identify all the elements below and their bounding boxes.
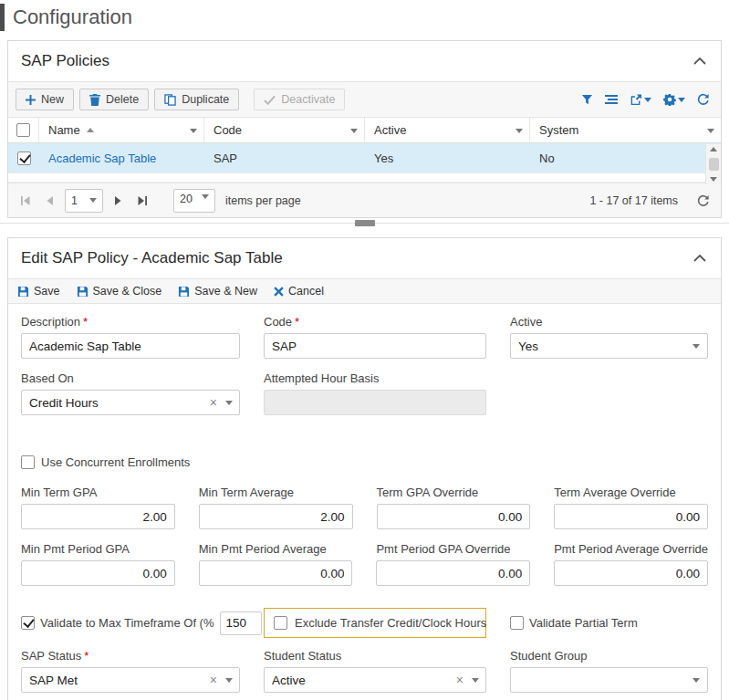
policy-name-link[interactable]: Academic Sap Table [48, 151, 156, 165]
pmt-period-gpa-override-input[interactable] [376, 560, 530, 586]
chevron-down-icon[interactable] [190, 129, 197, 133]
save-and-close-button[interactable]: Save & Close [77, 285, 162, 298]
min-term-gpa-input[interactable] [21, 504, 175, 529]
column-header-active[interactable]: Active [365, 118, 530, 142]
sap-status-combobox[interactable]: × [21, 667, 240, 693]
cancel-button[interactable]: Cancel [274, 285, 324, 298]
chevron-down-icon [202, 194, 209, 199]
page-size-select[interactable]: 20 [173, 189, 215, 213]
grid-toolbar: New Delete Duplicate Deactivate [8, 81, 721, 118]
chevron-down-icon[interactable] [225, 401, 233, 405]
chevron-down-icon[interactable] [472, 678, 479, 683]
chevron-up-icon [693, 255, 706, 262]
validate-partial-term-checkbox[interactable] [510, 616, 524, 630]
grid-clipped-row [8, 173, 721, 183]
field-student-group: Student Group [510, 649, 708, 693]
validate-partial-term-label: Validate Partial Term [529, 616, 638, 630]
refresh-icon[interactable] [693, 191, 713, 211]
based-on-input[interactable] [21, 390, 240, 415]
collapse-panel-button[interactable] [692, 56, 708, 67]
clear-icon[interactable]: × [210, 396, 217, 409]
splitter-handle[interactable] [355, 220, 375, 226]
scrollbar-thumb[interactable] [709, 158, 719, 171]
last-page-button[interactable] [132, 191, 152, 211]
save-button[interactable]: Save [17, 285, 60, 298]
student-group-select[interactable] [510, 667, 708, 693]
validate-max-timeframe-checkbox[interactable] [21, 616, 35, 630]
student-status-input[interactable] [264, 667, 486, 693]
field-min-pmt-period-average: Min Pmt Period Average [199, 542, 353, 586]
scroll-up-icon[interactable] [710, 147, 717, 151]
use-concurrent-enrollments-checkbox[interactable] [21, 455, 35, 469]
edit-panel-title: Edit SAP Policy - Academic Sap Table [21, 249, 283, 267]
plus-icon [26, 95, 36, 105]
grid-pager: 1 20 items per page 1 - 17 of 17 items [8, 183, 721, 217]
new-button[interactable]: New [16, 89, 74, 110]
previous-page-button[interactable] [40, 191, 60, 211]
field-exclude-transfer: Exclude Transfer Credit/Clock Hours [264, 608, 486, 638]
min-pmt-period-gpa-input[interactable] [21, 560, 175, 586]
page-title: Configuration [0, 4, 729, 31]
min-pmt-period-average-input[interactable] [199, 560, 353, 586]
column-menu-icon[interactable] [605, 94, 618, 105]
chevron-down-icon[interactable] [516, 129, 523, 133]
edit-panel-header: Edit SAP Policy - Academic Sap Table [8, 238, 721, 278]
checkmark-icon [264, 95, 276, 105]
field-min-pmt-period-gpa: Min Pmt Period GPA [21, 542, 175, 586]
code-label: Code [264, 315, 292, 329]
student-group-label: Student Group [510, 649, 588, 663]
field-validate-partial-term: Validate Partial Term [510, 616, 708, 630]
panel-splitter [0, 223, 729, 237]
duplicate-button[interactable]: Duplicate [154, 89, 239, 110]
chevron-down-icon [644, 98, 651, 102]
student-status-combobox[interactable]: × [264, 667, 486, 693]
code-input[interactable] [264, 333, 486, 359]
chevron-down-icon[interactable] [707, 129, 714, 133]
page-select[interactable]: 1 [65, 189, 103, 213]
trash-icon [89, 94, 100, 106]
export-icon[interactable] [630, 94, 651, 106]
edit-form: Description* Code* Active Yes [8, 304, 721, 700]
column-header-system[interactable]: System [530, 118, 721, 142]
deactivate-button[interactable]: Deactivate [254, 89, 345, 110]
table-row[interactable]: Academic Sap Table SAP Yes No [8, 143, 721, 173]
row-checkbox[interactable] [17, 151, 31, 165]
chevron-down-icon [678, 98, 685, 102]
sap-policies-panel: SAP Policies New Delete [7, 40, 722, 218]
chevron-down-icon [693, 344, 700, 349]
pmt-period-average-override-input[interactable] [554, 560, 708, 586]
clear-icon[interactable]: × [210, 674, 217, 686]
based-on-combobox[interactable]: × [21, 390, 240, 415]
delete-button[interactable]: Delete [79, 89, 149, 110]
refresh-icon[interactable] [697, 93, 710, 106]
validate-max-timeframe-input[interactable] [220, 611, 262, 635]
description-input[interactable] [21, 333, 240, 359]
grid-toolbar-icons [581, 93, 713, 106]
first-page-button[interactable] [16, 191, 36, 211]
column-header-name[interactable]: Name [39, 118, 204, 142]
scroll-down-icon[interactable] [710, 177, 717, 182]
active-select[interactable]: Yes [510, 333, 708, 359]
exclude-transfer-checkbox[interactable] [274, 616, 287, 630]
sap-policies-title: SAP Policies [21, 52, 109, 70]
chevron-down-icon[interactable] [350, 129, 358, 133]
term-average-override-input[interactable] [554, 504, 708, 529]
filter-icon[interactable] [581, 94, 593, 106]
select-all-checkbox-cell [8, 118, 39, 142]
chevron-down-icon [693, 678, 700, 683]
attempted-hour-basis-input [264, 390, 486, 415]
clear-icon[interactable]: × [456, 674, 463, 686]
save-close-icon [77, 286, 89, 298]
save-and-new-button[interactable]: Save & New [178, 285, 257, 298]
next-page-button[interactable] [108, 191, 128, 211]
term-gpa-override-input[interactable] [377, 504, 531, 529]
select-all-checkbox[interactable] [16, 123, 30, 137]
chevron-down-icon[interactable] [225, 678, 233, 683]
sap-status-input[interactable] [21, 667, 240, 693]
collapse-panel-button[interactable] [692, 253, 708, 264]
min-term-average-input[interactable] [199, 504, 353, 529]
attempted-hour-basis-label: Attempted Hour Basis [264, 371, 379, 385]
column-header-code[interactable]: Code [204, 118, 365, 142]
settings-icon[interactable] [663, 93, 685, 106]
vertical-scrollbar[interactable] [705, 144, 721, 184]
